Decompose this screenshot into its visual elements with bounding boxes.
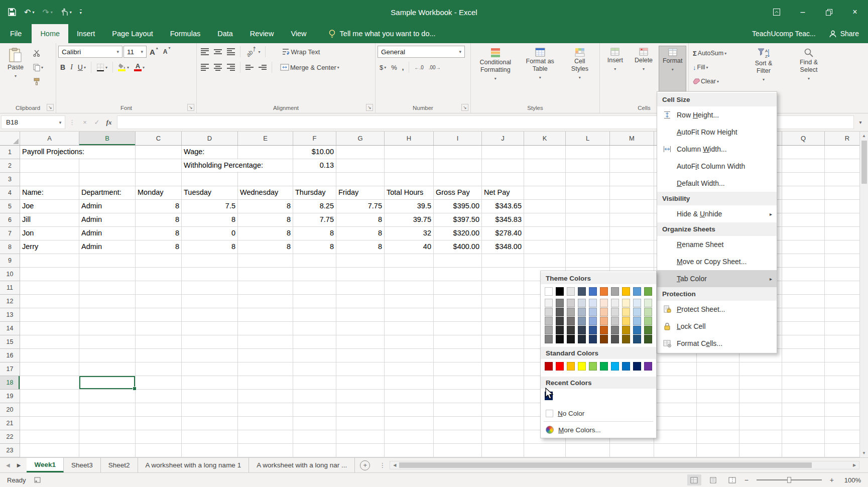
accounting-format-button[interactable]: $▾: [378, 61, 388, 73]
cell-F10[interactable]: [293, 268, 336, 281]
tab-formulas[interactable]: Formulas: [162, 24, 209, 43]
scroll-left-icon[interactable]: ◀: [390, 463, 399, 467]
increase-font-size-button[interactable]: A▴: [148, 46, 160, 58]
cell-I14[interactable]: [434, 322, 482, 335]
cell-H3[interactable]: [385, 173, 434, 186]
conditional-formatting-button[interactable]: ConditionalFormatting ▾: [473, 46, 518, 96]
cell-E15[interactable]: [238, 335, 293, 349]
align-right-button[interactable]: [225, 61, 237, 73]
standard-color-swatch[interactable]: [589, 362, 597, 371]
cell-B4[interactable]: Department:: [79, 186, 136, 200]
cell-E3[interactable]: [238, 173, 293, 186]
cell-F1[interactable]: $10.00: [293, 146, 336, 159]
bottom-align-button[interactable]: [225, 46, 237, 58]
cell-C21[interactable]: [136, 417, 182, 430]
theme-variant-swatch[interactable]: [567, 335, 575, 343]
sheet-tab-a-worksheet-with-a-long-nar[interactable]: A worksheet with a long nar ...: [249, 458, 355, 472]
cell-D11[interactable]: [182, 281, 238, 295]
cell-H16[interactable]: [385, 349, 434, 362]
cell-G15[interactable]: [336, 335, 385, 349]
column-header-H[interactable]: H: [385, 132, 434, 145]
number-format-select[interactable]: General▾: [378, 46, 465, 58]
cell-F14[interactable]: [293, 322, 336, 335]
cell-F19[interactable]: [293, 390, 336, 403]
cell-Q7[interactable]: [782, 227, 825, 240]
cell-J18[interactable]: [482, 376, 524, 390]
theme-variant-swatch[interactable]: [578, 335, 586, 343]
cell-C5[interactable]: 8: [136, 200, 182, 213]
cell-P19[interactable]: [739, 390, 782, 403]
theme-color-swatch[interactable]: [644, 287, 652, 296]
cut-button[interactable]: [31, 47, 45, 59]
cell-G20[interactable]: [336, 403, 385, 417]
select-all-corner[interactable]: [0, 132, 20, 145]
cell-C23[interactable]: [136, 444, 182, 457]
cell-A14[interactable]: [20, 322, 79, 335]
cell-E12[interactable]: [238, 295, 293, 308]
column-header-C[interactable]: C: [136, 132, 182, 145]
cell-I5[interactable]: $395.00: [434, 200, 482, 213]
theme-variant-swatch[interactable]: [633, 335, 641, 343]
row-header-22[interactable]: 22: [0, 430, 20, 444]
cell-J15[interactable]: [482, 335, 524, 349]
paste-button[interactable]: Paste ▾: [2, 46, 29, 96]
cell-N22[interactable]: [654, 430, 697, 444]
cell-I10[interactable]: [434, 268, 482, 281]
tell-me-box[interactable]: Tell me what you want to do...: [328, 24, 436, 43]
column-header-A[interactable]: A: [20, 132, 79, 145]
cell-I15[interactable]: [434, 335, 482, 349]
cell-D15[interactable]: [182, 335, 238, 349]
cell-N17[interactable]: [654, 362, 697, 376]
cell-J16[interactable]: [482, 349, 524, 362]
cell-D7[interactable]: 0: [182, 227, 238, 240]
cell-R15[interactable]: [825, 335, 859, 349]
column-header-Q[interactable]: Q: [782, 132, 825, 145]
vertical-scroll-thumb[interactable]: [861, 141, 867, 184]
cell-J4[interactable]: Net Pay: [482, 186, 524, 200]
cell-A10[interactable]: [20, 268, 79, 281]
theme-variant-swatch[interactable]: [644, 299, 652, 307]
cell-A1[interactable]: Payroll Projections:: [20, 146, 79, 159]
cell-E17[interactable]: [238, 362, 293, 376]
cell-G19[interactable]: [336, 390, 385, 403]
comma-style-button[interactable]: ,: [400, 61, 406, 73]
cell-A4[interactable]: Name:: [20, 186, 79, 200]
cell-L23[interactable]: [566, 444, 610, 457]
column-header-G[interactable]: G: [336, 132, 385, 145]
cell-F9[interactable]: [293, 254, 336, 268]
standard-color-swatch[interactable]: [556, 362, 564, 371]
scroll-down-icon[interactable]: ▼: [860, 449, 868, 457]
cell-B17[interactable]: [79, 362, 136, 376]
undo-button[interactable]: ↶ ▾: [24, 8, 34, 17]
theme-variant-swatch[interactable]: [589, 317, 597, 325]
cell-O19[interactable]: [697, 390, 739, 403]
horizontal-scrollbar[interactable]: ◀ ▶: [390, 461, 859, 469]
cell-E23[interactable]: [238, 444, 293, 457]
zoom-slider[interactable]: [757, 479, 822, 480]
cell-A19[interactable]: [20, 390, 79, 403]
column-header-M[interactable]: M: [610, 132, 654, 145]
cell-A7[interactable]: Jon: [20, 227, 79, 240]
sheet-tab-a-worksheet-with-a-long-name-1[interactable]: A worksheet with a long name 1: [138, 458, 250, 472]
cell-D3[interactable]: [182, 173, 238, 186]
row-header-12[interactable]: 12: [0, 295, 20, 308]
cell-C1[interactable]: [136, 146, 182, 159]
theme-variant-swatch[interactable]: [545, 317, 553, 325]
fill-button[interactable]: ↓Fill▾: [691, 61, 740, 73]
cell-G22[interactable]: [336, 430, 385, 444]
cell-R20[interactable]: [825, 403, 859, 417]
cell-R21[interactable]: [825, 417, 859, 430]
theme-color-swatch[interactable]: [600, 287, 608, 296]
font-color-button[interactable]: A▾: [132, 61, 147, 73]
cell-F22[interactable]: [293, 430, 336, 444]
theme-variant-swatch[interactable]: [600, 308, 608, 316]
theme-variant-swatch[interactable]: [567, 317, 575, 325]
cell-J17[interactable]: [482, 362, 524, 376]
menu-item-autofit-column-width[interactable]: AutoFit Column Width: [657, 158, 777, 175]
theme-color-swatch[interactable]: [589, 287, 597, 296]
cell-E1[interactable]: [238, 146, 293, 159]
copy-button[interactable]: ▾: [31, 61, 45, 73]
cell-K1[interactable]: [524, 146, 566, 159]
align-left-button[interactable]: [199, 61, 211, 73]
cell-C22[interactable]: [136, 430, 182, 444]
